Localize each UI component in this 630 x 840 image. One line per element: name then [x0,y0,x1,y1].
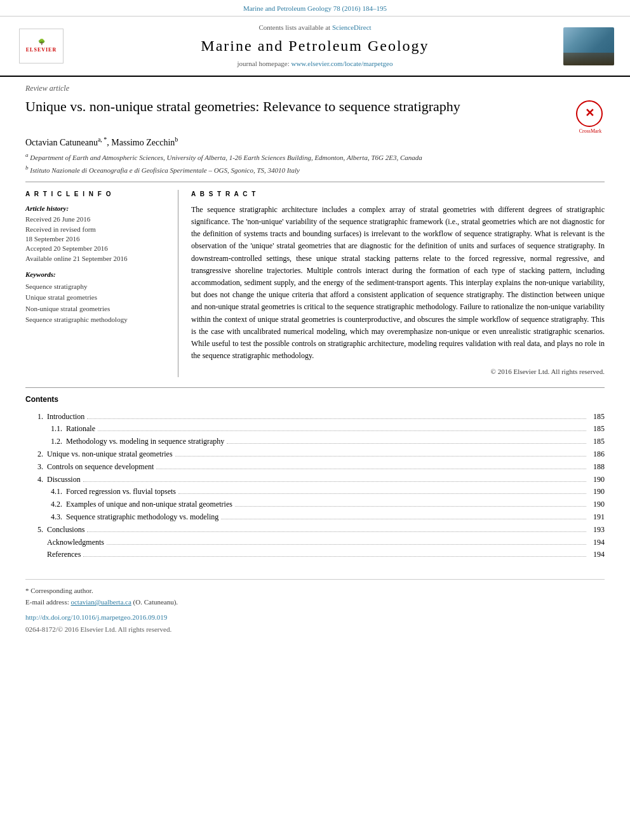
crossmark-label: CrossMark [576,128,605,135]
article-info-col: A R T I C L E I N F O Article history: R… [25,190,165,377]
toc-num-4-3: 4.3. [44,512,62,523]
elsevier-label: ELSEVIER [26,46,57,53]
toc-num-5: 5. [25,524,43,535]
affiliations: a Department of Earth and Atmospheric Sc… [25,151,605,175]
toc-page-1-2: 185 [589,436,605,447]
crossmark-circle: ✕ [576,100,603,127]
crossmark-badge: ✕ CrossMark [576,100,605,129]
toc-entry-4-3: 4.3. Sequence stratigraphic methodology … [25,512,605,523]
toc-fill-ref [83,556,586,557]
affil-2-text: Istituto Nazionale di Oceanografia e di … [30,166,300,174]
author-2-super: b [175,136,178,143]
page-footer: * Corresponding author. E-mail address: … [25,579,605,634]
toc-num-2: 2. [25,449,43,460]
toc-entry-4: 4. Discussion 190 [25,474,605,485]
email-link[interactable]: octavian@ualberta.ca [70,598,131,606]
title-row: Unique vs. non-unique stratal geometries… [25,98,605,129]
toc-entry-1-2: 1.2. Methodology vs. modeling in sequenc… [25,436,605,447]
toc-num-4-2: 4.2. [44,499,62,510]
sciencedirect-link[interactable]: ScienceDirect [332,23,372,31]
table-of-contents: Contents 1. Introduction 185 1.1. Ration… [25,387,605,560]
doi-link[interactable]: http://dx.doi.org/10.1016/j.marpetgeo.20… [25,613,167,621]
toc-num-1-2: 1.2. [44,436,62,447]
email-note: E-mail address: octavian@ualberta.ca (O.… [25,597,605,607]
toc-text-1-2: Methodology vs. modeling in sequence str… [66,436,224,447]
citation-text: Marine and Petroleum Geology 78 (2016) 1… [243,4,387,12]
toc-entry-1-1: 1.1. Rationale 185 [25,423,605,434]
toc-num-3: 3. [25,462,43,472]
abstract-heading: A B S T R A C T [191,190,605,199]
issn-line: 0264-8172/© 2016 Elsevier Ltd. All right… [25,625,605,634]
column-divider [178,190,178,377]
toc-page-4-1: 190 [589,486,605,497]
journal-homepage: journal homepage: www.elsevier.com/locat… [83,59,547,69]
toc-num-1-1: 1.1. [44,423,62,434]
toc-fill-ack [107,544,586,545]
toc-fill-3 [156,469,586,469]
toc-fill-1 [87,418,586,419]
elsevier-tree-icon: 🌳 [38,39,45,46]
toc-entry-ack: Acknowledgments 194 [25,537,605,548]
toc-text-4-1: Forced regression vs. fluvial topsets [66,486,176,497]
toc-text-1-1: Rationale [66,423,95,434]
homepage-link[interactable]: www.elsevier.com/locate/marpetgeo [291,60,392,67]
contents-available: Contents lists available at ScienceDirec… [83,23,547,32]
toc-text-4-3: Sequence stratigraphic methodology vs. m… [66,512,218,523]
abstract-text: The sequence stratigraphic architecture … [191,204,605,362]
toc-text-2: Unique vs. non-unique stratal geometries [47,449,173,460]
toc-fill-4-1 [178,493,586,494]
journal-cover-image [560,23,617,69]
toc-fill-2 [175,456,586,457]
author-1-name: Octavian Catuneanu [25,137,98,147]
author-separator: , Massimo Zecchin [107,137,175,147]
doi-section: http://dx.doi.org/10.1016/j.marpetgeo.20… [25,611,605,623]
toc-text-ref: References [47,549,81,560]
toc-entry-3: 3. Controls on sequence development 188 [25,462,605,472]
toc-num-1: 1. [25,411,43,422]
citation-bar: Marine and Petroleum Geology 78 (2016) 1… [0,0,630,17]
toc-entry-5: 5. Conclusions 193 [25,524,605,535]
info-abstract-columns: A R T I C L E I N F O Article history: R… [25,182,605,377]
corresponding-author-note: * Corresponding author. [25,586,605,596]
toc-page-5: 193 [589,524,605,535]
history-received: Received 26 June 2016 Received in revise… [25,215,165,263]
toc-fill-5 [87,531,586,532]
author-1-super: a, * [98,136,107,143]
toc-page-4: 190 [589,474,605,485]
article-body: Review article Unique vs. non-unique str… [0,77,630,648]
page: Marine and Petroleum Geology 78 (2016) 1… [0,0,630,840]
keywords-label: Keywords: [25,270,165,279]
keywords-list: Sequence stratigraphy Unique stratal geo… [25,281,165,326]
toc-entry-2: 2. Unique vs. non-unique stratal geometr… [25,449,605,460]
toc-page-4-2: 190 [589,499,605,510]
article-title: Unique vs. non-unique stratal geometries… [25,98,563,116]
toc-text-5: Conclusions [47,524,84,535]
article-info-heading: A R T I C L E I N F O [25,190,165,199]
article-history: Article history: Received 26 June 2016 R… [25,204,165,263]
toc-entries: 1. Introduction 185 1.1. Rationale 185 1… [25,411,605,561]
affiliation-2: b Istituto Nazionale di Oceanografia e d… [25,164,605,175]
crossmark-icon: ✕ [585,105,594,121]
toc-entry-ref: References 194 [25,549,605,560]
toc-title: Contents [25,394,605,405]
keywords-block: Keywords: Sequence stratigraphy Unique s… [25,270,165,326]
toc-entry-1: 1. Introduction 185 [25,411,605,422]
toc-entry-4-2: 4.2. Examples of unique and non-unique s… [25,499,605,510]
toc-num-4: 4. [25,474,43,485]
toc-page-ref: 194 [589,549,605,560]
toc-text-4-2: Examples of unique and non-unique strata… [66,499,232,510]
toc-page-1: 185 [589,411,605,422]
toc-fill-1-1 [98,430,586,431]
elsevier-logo-box: 🌳 ELSEVIER [19,29,64,63]
affiliation-1: a Department of Earth and Atmospheric Sc… [25,151,605,163]
toc-text-3: Controls on sequence development [47,462,154,472]
journal-info-center: Contents lists available at ScienceDirec… [70,23,560,69]
affil-1-super: a [25,152,29,158]
journal-title: Marine and Petroleum Geology [83,36,547,57]
copyright-notice: © 2016 Elsevier Ltd. All rights reserved… [191,367,605,377]
toc-text-1: Introduction [47,411,84,422]
toc-fill-4-3 [221,519,586,519]
article-type: Review article [25,83,605,94]
authors-line: Octavian Catuneanua, *, Massimo Zecchinb [25,135,605,149]
toc-text-ack: Acknowledgments [47,537,104,548]
